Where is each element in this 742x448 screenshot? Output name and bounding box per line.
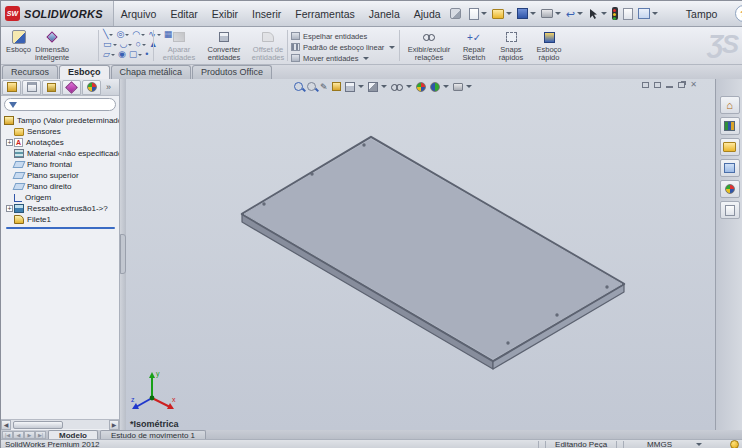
tab-chapa-metalica[interactable]: Chapa metálica: [111, 65, 192, 79]
zoom-to-fit-button[interactable]: [294, 82, 303, 91]
menu-janela[interactable]: Janela: [362, 8, 407, 20]
tree-item-sensores[interactable]: Sensores: [4, 126, 119, 137]
slot-tool-button[interactable]: ▱: [102, 50, 116, 59]
smart-dimension-button[interactable]: Dimensão inteligente: [33, 28, 71, 63]
doc-window-icon[interactable]: [654, 82, 661, 88]
scroll-thumb[interactable]: [13, 421, 63, 429]
panel-horizontal-scrollbar[interactable]: ◀ ▶: [1, 419, 119, 429]
new-document-button[interactable]: [467, 6, 489, 22]
fillet-tool-button[interactable]: ◉: [117, 50, 127, 59]
tree-filter-box[interactable]: [4, 98, 116, 111]
expander-icon[interactable]: +: [6, 205, 13, 212]
edit-appearance-button[interactable]: [416, 82, 426, 92]
arc-tool-button[interactable]: ◠: [131, 30, 146, 39]
tree-item-plano-superior[interactable]: Plano superior: [4, 170, 119, 181]
esboco-sketch-button[interactable]: Esboço: [4, 28, 33, 63]
dropdown-caret-icon[interactable]: [481, 12, 487, 15]
point-tool-button[interactable]: •: [144, 50, 149, 59]
dropdown-caret-icon[interactable]: [466, 85, 472, 88]
dropdown-caret-icon[interactable]: [577, 12, 583, 15]
tree-item-material[interactable]: Material <não especificado>: [4, 148, 119, 159]
move-entities-button[interactable]: Mover entidades: [291, 53, 369, 63]
rebuild-button[interactable]: [610, 5, 620, 22]
menu-exibir[interactable]: Exibir: [205, 8, 245, 20]
dropdown-caret-icon[interactable]: [358, 85, 364, 88]
panel-expand-chevron[interactable]: »: [106, 82, 111, 92]
dimxpertmanager-tab[interactable]: [62, 80, 81, 95]
display-style-button[interactable]: [368, 82, 387, 92]
solidworks-resources-tab[interactable]: ⌂: [720, 96, 740, 114]
doc-window-icon[interactable]: [642, 82, 649, 88]
scroll-left-arrow[interactable]: ◀: [1, 420, 11, 430]
arc3point-tool-button[interactable]: ◡: [119, 40, 134, 49]
prev-tab-button[interactable]: ◀: [13, 431, 24, 439]
section-view-button[interactable]: [332, 82, 341, 91]
repair-sketch-button[interactable]: +✓ Repair Sketch: [455, 28, 493, 63]
featuremanager-tree-tab[interactable]: [2, 80, 21, 95]
previous-view-button[interactable]: ✎: [320, 82, 328, 92]
graphics-viewport[interactable]: ✎ ✕: [126, 79, 715, 430]
rectangle-tool-button[interactable]: ▭: [102, 40, 118, 49]
options-button[interactable]: [636, 6, 660, 21]
print-button[interactable]: [539, 7, 563, 20]
dropdown-caret-icon[interactable]: [601, 12, 607, 15]
dropdown-caret-icon[interactable]: [363, 57, 369, 60]
units-caret-icon[interactable]: [696, 443, 702, 446]
displaymanager-tab[interactable]: [82, 80, 101, 95]
next-tab-button[interactable]: ▶: [24, 431, 35, 439]
appearances-scenes-tab[interactable]: [720, 180, 740, 198]
tab-esboco[interactable]: Esboço: [59, 65, 110, 79]
part-model-3d[interactable]: [126, 79, 715, 430]
circle-tool-button[interactable]: ◎: [115, 30, 130, 39]
expander-icon[interactable]: +: [6, 139, 13, 146]
line-tool-button[interactable]: ╲: [102, 30, 114, 39]
tab-modelo[interactable]: Modelo: [48, 430, 98, 439]
tree-item-part-root[interactable]: Tampo (Valor predeterminado<<Valo: [4, 115, 119, 126]
view-palette-tab[interactable]: [720, 159, 740, 177]
design-library-tab[interactable]: [720, 117, 740, 135]
quick-tips-icon[interactable]: [730, 440, 739, 448]
view-orientation-button[interactable]: [345, 82, 364, 92]
menu-ferramentas[interactable]: Ferramentas: [288, 8, 362, 20]
units-status[interactable]: MMGS: [627, 440, 692, 448]
dropdown-caret-icon[interactable]: [555, 12, 561, 15]
linear-sketch-pattern-button[interactable]: Padrão de esboço linear: [291, 42, 395, 52]
doc-minimize-button[interactable]: [666, 81, 673, 88]
hide-show-items-button[interactable]: [391, 83, 412, 91]
display-delete-relations-button[interactable]: Exibir/excluir relações: [403, 28, 455, 63]
doc-close-button[interactable]: ✕: [690, 80, 697, 89]
dropdown-caret-icon[interactable]: [652, 12, 658, 15]
quick-snaps-button[interactable]: Snaps rápidos: [493, 28, 529, 63]
trim-entities-button[interactable]: Aparar entidades: [157, 28, 201, 63]
undo-button[interactable]: ↩: [564, 7, 585, 21]
ellipse-tool-button[interactable]: ○: [134, 40, 146, 49]
dropdown-caret-icon[interactable]: [406, 85, 412, 88]
menu-ajuda[interactable]: Ajuda: [407, 8, 448, 20]
first-tab-button[interactable]: |◀: [2, 431, 13, 439]
tree-item-anotacoes[interactable]: + A Anotações: [4, 137, 119, 148]
select-button[interactable]: [586, 6, 609, 22]
menu-inserir[interactable]: Inserir: [245, 8, 288, 20]
tab-produtos-office[interactable]: Produtos Office: [192, 65, 272, 79]
dropdown-caret-icon[interactable]: [381, 85, 387, 88]
open-button[interactable]: [490, 7, 514, 21]
help-search-box[interactable]: ?: [735, 5, 742, 22]
offset-entities-button[interactable]: Offset de entidades: [247, 28, 289, 63]
tree-item-ressalto-extrusao[interactable]: + Ressalto-extrusão1->?: [4, 203, 119, 214]
scroll-right-arrow[interactable]: ▶: [109, 420, 119, 430]
rapid-sketch-button[interactable]: Esboço rápido: [529, 28, 569, 63]
dropdown-caret-icon[interactable]: [530, 12, 536, 15]
plane-tool-button[interactable]: ▢: [128, 50, 144, 59]
doc-restore-button[interactable]: [678, 82, 685, 88]
file-properties-button[interactable]: [621, 6, 635, 22]
tab-recursos[interactable]: Recursos: [2, 65, 58, 79]
tree-item-plano-direito[interactable]: Plano direito: [4, 181, 119, 192]
tree-item-filete[interactable]: Filete1: [4, 214, 119, 225]
file-explorer-tab[interactable]: [720, 138, 740, 156]
tree-item-plano-frontal[interactable]: Plano frontal: [4, 159, 119, 170]
tree-item-origem[interactable]: Origem: [4, 192, 119, 203]
pin-menubar-icon[interactable]: [448, 6, 463, 21]
zoom-to-area-button[interactable]: [307, 82, 316, 91]
save-button[interactable]: [515, 6, 538, 21]
custom-properties-tab[interactable]: [720, 201, 740, 219]
